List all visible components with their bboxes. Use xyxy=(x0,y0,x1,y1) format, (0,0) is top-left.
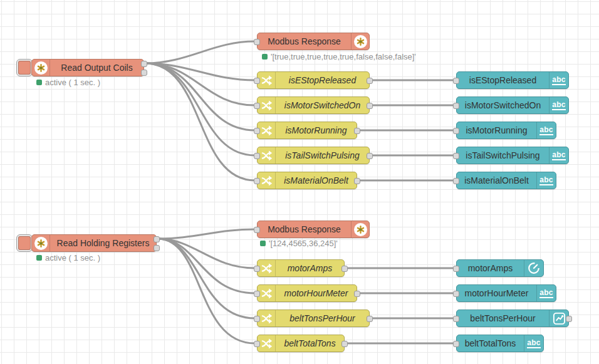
status-ok-icon xyxy=(262,54,268,60)
flow-canvas[interactable]: Read Output Coils active ( 1 sec. ) Modb… xyxy=(0,0,599,364)
wire[interactable] xyxy=(157,229,255,239)
input-port[interactable] xyxy=(254,316,260,322)
wire[interactable] xyxy=(145,63,255,105)
input-port[interactable] xyxy=(254,227,260,233)
switch-icon xyxy=(258,147,276,164)
input-port[interactable] xyxy=(254,291,260,297)
input-port[interactable] xyxy=(254,39,260,45)
node-label: isEStopReleased xyxy=(457,72,549,88)
node-label: isTailSwitchPulsing xyxy=(276,147,369,164)
modbus-icon xyxy=(351,33,369,49)
modbus-read-node-holding-registers[interactable]: Read Holding Registers xyxy=(31,234,157,252)
output-port[interactable] xyxy=(367,78,373,84)
ui-text-node-ismotorswitchedon[interactable]: isMotorSwitchedOn abc xyxy=(456,96,569,114)
ui-text-node-isestopreleased[interactable]: isEStopReleased abc xyxy=(456,71,569,89)
input-port[interactable] xyxy=(254,178,260,184)
switch-node-istailswitchpulsing[interactable]: isTailSwitchPulsing xyxy=(257,147,370,164)
output-port[interactable] xyxy=(341,341,348,347)
abc-icon: abc xyxy=(536,122,556,138)
modbus-read-node-output-coils[interactable]: Read Output Coils xyxy=(31,59,144,76)
wire[interactable] xyxy=(145,63,255,155)
input-port[interactable] xyxy=(453,103,459,109)
input-port[interactable] xyxy=(453,153,459,159)
trigger-button-face xyxy=(18,236,31,250)
output-port[interactable] xyxy=(566,316,572,322)
ui-text-node-ismotorrunning[interactable]: isMotorRunning abc xyxy=(456,122,556,139)
output-port[interactable] xyxy=(354,128,360,134)
node-label: isEStopReleased xyxy=(276,72,369,88)
switch-node-ismotorswitchedon[interactable]: isMotorSwitchedOn xyxy=(257,96,370,114)
switch-node-belttonsperhour[interactable]: beltTonsPerHour xyxy=(257,309,370,327)
switch-icon xyxy=(258,97,276,113)
modbus-icon xyxy=(32,60,50,76)
node-label: motorHourMeter xyxy=(276,285,357,301)
abc-icon: abc xyxy=(549,72,568,88)
node-label: beltTonsPerHour xyxy=(457,310,549,326)
input-port[interactable] xyxy=(254,78,260,84)
switch-node-belttotaltons[interactable]: beltTotalTons xyxy=(257,335,345,352)
input-port[interactable] xyxy=(453,341,459,347)
modbus-response-node-2[interactable]: Modbus Response xyxy=(257,221,370,238)
switch-node-ismotorrunning[interactable]: isMotorRunning xyxy=(257,122,357,139)
input-port[interactable] xyxy=(453,78,459,84)
ui-text-node-motorhourmeter[interactable]: motorHourMeter abc xyxy=(456,284,556,302)
node-status: active ( 1 sec. ) xyxy=(36,253,100,263)
ui-text-node-belttotaltons[interactable]: beltTotalTons abc xyxy=(456,335,544,352)
node-status: '[true,true,true,true,true,false,false,f… xyxy=(262,52,416,61)
switch-icon xyxy=(258,260,276,276)
switch-node-motoramps[interactable]: motorAmps xyxy=(257,259,345,277)
input-port[interactable] xyxy=(453,291,459,297)
ui-text-node-istailswitchpulsing[interactable]: isTailSwitchPulsing abc xyxy=(456,147,569,164)
output-port[interactable] xyxy=(367,153,373,159)
status-ok-icon xyxy=(260,241,266,246)
switch-icon xyxy=(258,172,276,189)
node-label: isMotorSwitchedOn xyxy=(276,97,369,113)
switch-icon xyxy=(258,122,276,138)
abc-icon: abc xyxy=(536,172,556,189)
wire[interactable] xyxy=(145,63,255,180)
switch-node-isestopreleased[interactable]: isEStopReleased xyxy=(257,71,370,89)
status-text: '[true,true,true,true,true,false,false,f… xyxy=(271,52,416,61)
input-port[interactable] xyxy=(453,266,459,272)
output-port-1[interactable] xyxy=(141,61,147,67)
output-port-2[interactable] xyxy=(141,70,147,76)
input-port[interactable] xyxy=(254,153,260,159)
status-ok-icon xyxy=(36,255,42,261)
output-port-1[interactable] xyxy=(154,236,160,242)
output-port[interactable] xyxy=(367,316,373,322)
input-port[interactable] xyxy=(254,266,260,272)
ui-chart-node-belttonsperhour[interactable]: beltTonsPerHour xyxy=(456,309,569,327)
ui-text-node-ismaterialonbelt[interactable]: isMaterialOnBelt abc xyxy=(456,172,556,189)
input-port[interactable] xyxy=(254,341,260,347)
output-port-2[interactable] xyxy=(154,245,160,251)
modbus-response-node-1[interactable]: Modbus Response xyxy=(257,33,370,50)
input-port[interactable] xyxy=(453,316,459,322)
output-port[interactable] xyxy=(354,291,360,297)
input-port[interactable] xyxy=(254,128,260,134)
node-label: isMotorRunning xyxy=(457,122,536,138)
wire[interactable] xyxy=(157,239,255,318)
output-port[interactable] xyxy=(354,178,360,184)
modbus-read-trigger-button[interactable] xyxy=(16,234,33,252)
wire[interactable] xyxy=(145,41,255,63)
ui-gauge-node-motoramps[interactable]: motorAmps xyxy=(456,259,544,277)
input-port[interactable] xyxy=(453,128,459,134)
abc-icon: abc xyxy=(549,97,568,113)
trigger-button-face xyxy=(18,61,31,75)
switch-node-ismaterialonbelt[interactable]: isMaterialOnBelt xyxy=(257,172,357,189)
abc-icon: abc xyxy=(524,335,543,351)
input-port[interactable] xyxy=(254,103,260,109)
modbus-read-trigger-button[interactable] xyxy=(16,59,33,76)
output-port[interactable] xyxy=(367,103,373,109)
node-label: isMaterialOnBelt xyxy=(457,172,536,189)
abc-icon: abc xyxy=(549,147,568,164)
status-text: active ( 1 sec. ) xyxy=(45,78,100,87)
input-port[interactable] xyxy=(453,178,459,184)
node-label: isMaterialOnBelt xyxy=(276,172,357,189)
node-label: Modbus Response xyxy=(258,33,351,49)
node-label: beltTonsPerHour xyxy=(276,310,369,326)
status-text: '[124,4565,36,245]' xyxy=(269,239,338,248)
switch-icon xyxy=(258,285,276,301)
switch-node-motorhourmeter[interactable]: motorHourMeter xyxy=(257,284,357,302)
output-port[interactable] xyxy=(341,266,348,272)
